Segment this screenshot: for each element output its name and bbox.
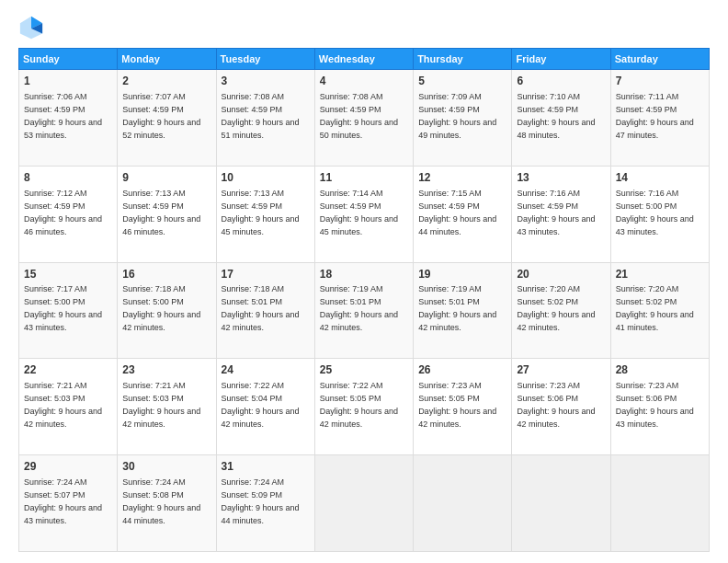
calendar-page: SundayMondayTuesdayWednesdayThursdayFrid… — [0, 0, 728, 563]
day-number: 29 — [24, 459, 112, 475]
day-number: 16 — [122, 267, 210, 282]
day-number: 15 — [24, 267, 112, 282]
day-number: 5 — [418, 74, 506, 89]
logo — [18, 15, 48, 40]
day-info: Sunrise: 7:20 AMSunset: 5:02 PMDaylight:… — [517, 284, 595, 332]
day-info: Sunrise: 7:13 AMSunset: 4:59 PMDaylight:… — [122, 189, 200, 236]
day-info: Sunrise: 7:10 AMSunset: 4:59 PMDaylight:… — [517, 92, 595, 140]
day-cell — [512, 455, 610, 552]
day-cell: 6 Sunrise: 7:10 AMSunset: 4:59 PMDayligh… — [512, 70, 610, 167]
day-number: 25 — [320, 362, 408, 378]
day-cell: 3 Sunrise: 7:08 AMSunset: 4:59 PMDayligh… — [216, 70, 314, 167]
header-cell-wednesday: Wednesday — [314, 49, 413, 70]
day-info: Sunrise: 7:12 AMSunset: 4:59 PMDaylight:… — [24, 189, 102, 236]
calendar-body: 1 Sunrise: 7:06 AMSunset: 4:59 PMDayligh… — [19, 70, 710, 552]
day-cell: 23 Sunrise: 7:21 AMSunset: 5:03 PMDaylig… — [118, 359, 216, 455]
day-info: Sunrise: 7:24 AMSunset: 5:09 PMDaylight:… — [222, 477, 300, 525]
day-info: Sunrise: 7:07 AMSunset: 4:59 PMDaylight:… — [122, 92, 200, 140]
day-info: Sunrise: 7:18 AMSunset: 5:01 PMDaylight:… — [222, 284, 300, 332]
day-number: 12 — [418, 170, 506, 186]
day-number: 27 — [517, 362, 605, 378]
day-info: Sunrise: 7:15 AMSunset: 4:59 PMDaylight:… — [418, 189, 496, 236]
day-cell: 4 Sunrise: 7:08 AMSunset: 4:59 PMDayligh… — [314, 70, 413, 167]
day-info: Sunrise: 7:11 AMSunset: 4:59 PMDaylight:… — [616, 92, 694, 140]
day-info: Sunrise: 7:13 AMSunset: 4:59 PMDaylight:… — [222, 189, 300, 236]
day-number: 10 — [222, 170, 310, 186]
day-cell: 18 Sunrise: 7:19 AMSunset: 5:01 PMDaylig… — [314, 262, 413, 359]
day-info: Sunrise: 7:21 AMSunset: 5:03 PMDaylight:… — [24, 381, 102, 429]
day-number: 23 — [122, 362, 210, 378]
day-info: Sunrise: 7:24 AMSunset: 5:08 PMDaylight:… — [122, 477, 200, 525]
day-info: Sunrise: 7:08 AMSunset: 4:59 PMDaylight:… — [222, 92, 300, 140]
day-number: 8 — [24, 170, 112, 186]
day-number: 17 — [222, 267, 310, 282]
day-cell: 30 Sunrise: 7:24 AMSunset: 5:08 PMDaylig… — [118, 455, 216, 552]
day-cell — [414, 455, 512, 552]
day-cell: 17 Sunrise: 7:18 AMSunset: 5:01 PMDaylig… — [216, 262, 314, 359]
day-info: Sunrise: 7:23 AMSunset: 5:06 PMDaylight:… — [517, 381, 595, 429]
day-info: Sunrise: 7:14 AMSunset: 4:59 PMDaylight:… — [320, 189, 398, 236]
day-number: 22 — [24, 362, 112, 378]
day-info: Sunrise: 7:22 AMSunset: 5:04 PMDaylight:… — [222, 381, 300, 429]
day-cell: 24 Sunrise: 7:22 AMSunset: 5:04 PMDaylig… — [216, 359, 314, 455]
day-cell: 10 Sunrise: 7:13 AMSunset: 4:59 PMDaylig… — [216, 166, 314, 262]
header-row: SundayMondayTuesdayWednesdayThursdayFrid… — [19, 49, 710, 70]
day-number: 28 — [616, 362, 704, 378]
day-info: Sunrise: 7:21 AMSunset: 5:03 PMDaylight:… — [122, 381, 200, 429]
header-cell-monday: Monday — [118, 49, 216, 70]
day-cell: 28 Sunrise: 7:23 AMSunset: 5:06 PMDaylig… — [610, 359, 709, 455]
day-cell: 15 Sunrise: 7:17 AMSunset: 5:00 PMDaylig… — [19, 262, 118, 359]
day-cell — [610, 455, 709, 552]
day-number: 21 — [616, 267, 704, 282]
day-cell: 26 Sunrise: 7:23 AMSunset: 5:05 PMDaylig… — [414, 359, 512, 455]
day-info: Sunrise: 7:23 AMSunset: 5:06 PMDaylight:… — [616, 381, 694, 429]
day-cell: 31 Sunrise: 7:24 AMSunset: 5:09 PMDaylig… — [216, 455, 314, 552]
day-number: 24 — [222, 362, 310, 378]
week-row-1: 1 Sunrise: 7:06 AMSunset: 4:59 PMDayligh… — [19, 70, 710, 167]
day-number: 3 — [222, 74, 310, 89]
day-info: Sunrise: 7:08 AMSunset: 4:59 PMDaylight:… — [320, 92, 398, 140]
day-cell: 2 Sunrise: 7:07 AMSunset: 4:59 PMDayligh… — [118, 70, 216, 167]
day-number: 30 — [122, 459, 210, 475]
day-cell: 16 Sunrise: 7:18 AMSunset: 5:00 PMDaylig… — [118, 262, 216, 359]
day-number: 20 — [517, 267, 605, 282]
day-info: Sunrise: 7:19 AMSunset: 5:01 PMDaylight:… — [320, 284, 398, 332]
day-info: Sunrise: 7:16 AMSunset: 4:59 PMDaylight:… — [517, 189, 595, 236]
header-cell-sunday: Sunday — [19, 49, 118, 70]
day-number: 19 — [418, 267, 506, 282]
day-cell: 25 Sunrise: 7:22 AMSunset: 5:05 PMDaylig… — [314, 359, 413, 455]
header-cell-saturday: Saturday — [610, 49, 709, 70]
day-cell: 5 Sunrise: 7:09 AMSunset: 4:59 PMDayligh… — [414, 70, 512, 167]
day-cell: 20 Sunrise: 7:20 AMSunset: 5:02 PMDaylig… — [512, 262, 610, 359]
day-info: Sunrise: 7:18 AMSunset: 5:00 PMDaylight:… — [122, 284, 200, 332]
day-cell: 7 Sunrise: 7:11 AMSunset: 4:59 PMDayligh… — [610, 70, 709, 167]
header-cell-tuesday: Tuesday — [216, 49, 314, 70]
day-info: Sunrise: 7:17 AMSunset: 5:00 PMDaylight:… — [24, 284, 102, 332]
day-cell: 13 Sunrise: 7:16 AMSunset: 4:59 PMDaylig… — [512, 166, 610, 262]
day-number: 18 — [320, 267, 408, 282]
day-cell: 14 Sunrise: 7:16 AMSunset: 5:00 PMDaylig… — [610, 166, 709, 262]
day-cell: 21 Sunrise: 7:20 AMSunset: 5:02 PMDaylig… — [610, 262, 709, 359]
day-cell: 11 Sunrise: 7:14 AMSunset: 4:59 PMDaylig… — [314, 166, 413, 262]
day-info: Sunrise: 7:22 AMSunset: 5:05 PMDaylight:… — [320, 381, 398, 429]
day-cell: 29 Sunrise: 7:24 AMSunset: 5:07 PMDaylig… — [19, 455, 118, 552]
day-number: 13 — [517, 170, 605, 186]
day-number: 26 — [418, 362, 506, 378]
day-cell: 9 Sunrise: 7:13 AMSunset: 4:59 PMDayligh… — [118, 166, 216, 262]
day-info: Sunrise: 7:16 AMSunset: 5:00 PMDaylight:… — [616, 189, 694, 236]
day-info: Sunrise: 7:23 AMSunset: 5:05 PMDaylight:… — [418, 381, 496, 429]
header — [18, 15, 710, 40]
week-row-4: 22 Sunrise: 7:21 AMSunset: 5:03 PMDaylig… — [19, 359, 710, 455]
day-cell: 19 Sunrise: 7:19 AMSunset: 5:01 PMDaylig… — [414, 262, 512, 359]
day-cell: 27 Sunrise: 7:23 AMSunset: 5:06 PMDaylig… — [512, 359, 610, 455]
week-row-5: 29 Sunrise: 7:24 AMSunset: 5:07 PMDaylig… — [19, 455, 710, 552]
calendar-header: SundayMondayTuesdayWednesdayThursdayFrid… — [19, 49, 710, 70]
header-cell-friday: Friday — [512, 49, 610, 70]
day-info: Sunrise: 7:19 AMSunset: 5:01 PMDaylight:… — [418, 284, 496, 332]
day-number: 2 — [122, 74, 210, 89]
day-cell: 22 Sunrise: 7:21 AMSunset: 5:03 PMDaylig… — [19, 359, 118, 455]
day-info: Sunrise: 7:06 AMSunset: 4:59 PMDaylight:… — [24, 92, 102, 140]
week-row-3: 15 Sunrise: 7:17 AMSunset: 5:00 PMDaylig… — [19, 262, 710, 359]
day-number: 11 — [320, 170, 408, 186]
day-cell: 8 Sunrise: 7:12 AMSunset: 4:59 PMDayligh… — [19, 166, 118, 262]
